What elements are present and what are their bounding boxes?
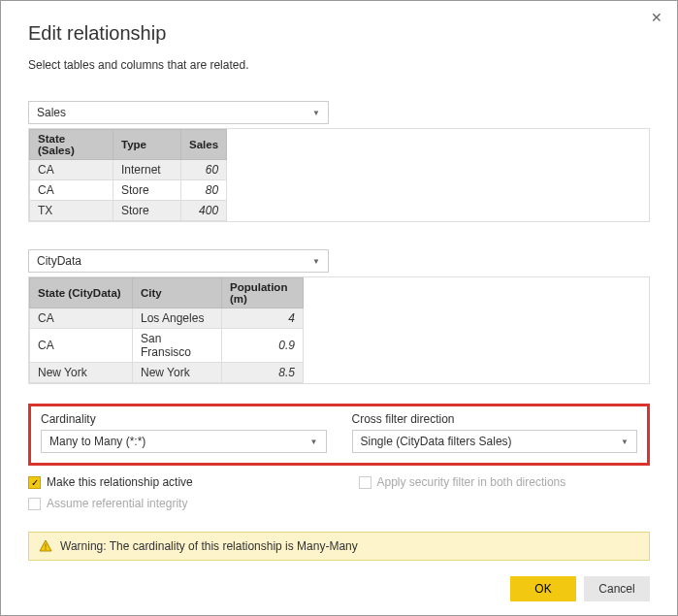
chevron-down-icon: ▼ [312,257,320,266]
cell: Los Angeles [133,308,222,329]
dialog-subtitle: Select tables and columns that are relat… [28,58,650,72]
cell: 8.5 [222,363,304,383]
crossfilter-value: Single (CityData filters Sales) [361,435,512,448]
svg-rect-2 [45,548,46,549]
table2-dropdown-value: CityData [37,254,81,268]
crossfilter-label: Cross filter direction [352,412,638,426]
cell: Store [113,180,181,201]
table1-dropdown[interactable]: Sales ▼ [28,101,329,124]
chevron-down-icon: ▼ [312,109,320,117]
cell: CA [30,160,113,180]
close-button[interactable]: ✕ [648,9,665,26]
cancel-button[interactable]: Cancel [584,576,650,601]
edit-relationship-dialog: ✕ Edit relationship Select tables and co… [0,0,678,616]
cardinality-label: Cardinality [41,412,327,426]
checkbox-icon [359,476,371,489]
cell: CA [30,308,133,329]
warning-icon [39,539,52,553]
chevron-down-icon: ▼ [310,438,318,446]
security-filter-checkbox: Apply security filter in both directions [359,475,651,489]
col-header: Sales [181,130,227,160]
crossfilter-dropdown[interactable]: Single (CityData filters Sales) ▼ [352,430,638,453]
table-row[interactable]: CA Internet 60 [30,160,227,180]
table-row[interactable]: CA San Fransisco 0.9 [30,329,304,363]
options-row: ✓ Make this relationship active Assume r… [28,475,650,518]
cell: 80 [181,180,227,201]
cell: 4 [222,308,304,329]
col-header: Type [113,130,181,160]
cell: San Fransisco [133,329,222,363]
table-row[interactable]: New York New York 8.5 [30,363,304,383]
table1-preview: State (Sales) Type Sales CA Internet 60 … [28,128,650,222]
cardinality-dropdown[interactable]: Many to Many (*:*) ▼ [41,430,327,453]
table1-dropdown-value: Sales [37,106,66,119]
dialog-title: Edit relationship [28,22,650,45]
cell: New York [30,363,133,383]
col-header: City [133,278,222,308]
cell: 400 [181,201,227,221]
cell: 60 [181,160,227,180]
col-header: Population (m) [222,278,304,308]
cell: Store [113,201,181,221]
cell: Internet [113,160,181,180]
cardinality-crossfilter-section: Cardinality Many to Many (*:*) ▼ Cross f… [28,404,650,466]
warning-banner: Warning: The cardinality of this relatio… [28,532,650,561]
cell: CA [30,329,133,363]
svg-rect-1 [45,544,46,548]
cell: CA [30,180,113,201]
table-row[interactable]: CA Los Angeles 4 [30,308,304,329]
table2-grid: State (CityData) City Population (m) CA … [29,277,304,383]
referential-integrity-checkbox: Assume referential integrity [28,497,320,510]
table-row[interactable]: CA Store 80 [30,180,227,201]
table-header-row: State (Sales) Type Sales [30,130,227,160]
close-icon: ✕ [651,10,662,25]
checkbox-icon [28,498,41,510]
ok-button[interactable]: OK [510,576,576,601]
col-header: State (Sales) [30,130,113,160]
make-active-checkbox[interactable]: ✓ Make this relationship active [28,475,320,489]
col-header: State (CityData) [30,278,133,308]
table-row[interactable]: TX Store 400 [30,201,227,221]
checkbox-icon: ✓ [28,476,41,489]
cell: 0.9 [222,329,304,363]
table-header-row: State (CityData) City Population (m) [30,278,304,308]
chevron-down-icon: ▼ [621,438,629,446]
checkbox-label: Assume referential integrity [47,497,187,510]
cell: TX [30,201,113,221]
checkbox-label: Make this relationship active [47,475,193,489]
table2-dropdown[interactable]: CityData ▼ [28,249,329,273]
dialog-footer: OK Cancel [510,576,650,601]
table2-preview: State (CityData) City Population (m) CA … [28,276,650,384]
table1-grid: State (Sales) Type Sales CA Internet 60 … [29,129,227,221]
warning-text: Warning: The cardinality of this relatio… [60,539,358,553]
checkbox-label: Apply security filter in both directions [377,475,566,489]
cell: New York [133,363,222,383]
cardinality-value: Many to Many (*:*) [49,435,145,448]
